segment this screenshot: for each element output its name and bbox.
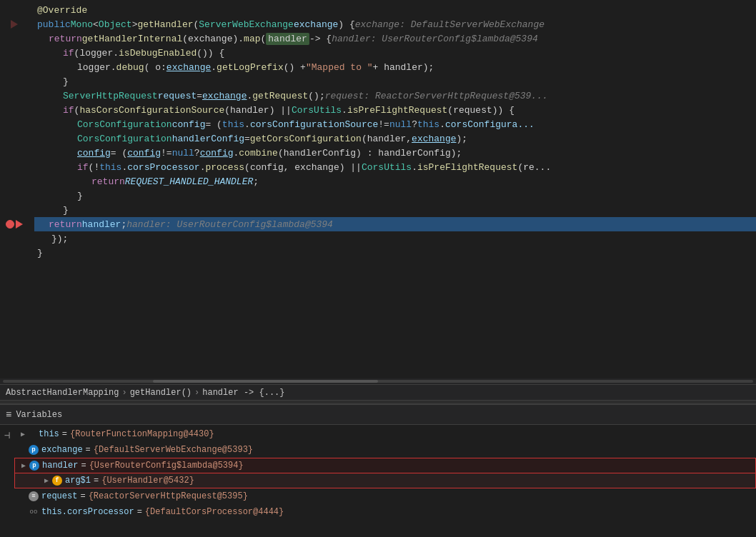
var-row-request[interactable]: ▶ ≡ request = {ReactorServerHttpRequest@… xyxy=(14,488,756,504)
code-content: @Override public Mono < Object > getHand… xyxy=(29,0,756,378)
kw-return3: return xyxy=(49,219,82,230)
var-row-this[interactable]: ▶ this = {RouterFunctionMapping@4430} xyxy=(14,426,756,442)
type-cors: CorsConfiguration xyxy=(77,119,172,130)
debug-left-gutter: ⊣ xyxy=(0,426,14,520)
breadcrumb-sep-1: › xyxy=(121,388,126,398)
var-eq-cors: = xyxy=(137,507,142,517)
gutter-row-6 xyxy=(0,74,29,89)
var-row-exchange[interactable]: ▶ p exchange = {DefaultServerWebExchange… xyxy=(14,442,756,458)
expand-cors[interactable]: ▶ xyxy=(17,506,29,518)
kw-this: this xyxy=(222,119,244,130)
expand-request[interactable]: ▶ xyxy=(17,491,29,502)
op39: } xyxy=(77,191,83,201)
filter-icon[interactable]: ⊣ xyxy=(4,429,10,441)
op40: } xyxy=(63,205,69,216)
method-debug: isDebugEnabled xyxy=(119,48,197,59)
kw-null: null xyxy=(389,119,412,130)
method-map: map xyxy=(244,34,260,44)
gutter-row-9 xyxy=(0,117,29,131)
op5: ()) { xyxy=(197,48,224,59)
op9: () + xyxy=(284,62,306,73)
var-eq-arg1: = xyxy=(94,476,99,486)
expand-this[interactable]: ▶ xyxy=(17,428,29,440)
gutter-row-1 xyxy=(0,3,29,17)
code-line-1: @Override xyxy=(34,3,756,17)
op25: (handler, xyxy=(362,134,412,144)
op28: != xyxy=(161,148,172,159)
op14: (); xyxy=(308,91,324,101)
op4: (logger. xyxy=(74,48,119,59)
op3: -> { xyxy=(309,34,332,44)
op2: ( xyxy=(260,34,266,44)
hint-exchange: exchange: DefaultServerWebExchange xyxy=(355,19,544,30)
code-line-12: if (! this . corsProcessor . process (co… xyxy=(34,160,756,174)
op15: ( xyxy=(74,105,80,116)
expand-handler[interactable]: ▶ xyxy=(18,460,29,471)
breakpoint-16[interactable] xyxy=(6,220,14,229)
gutter-row-16[interactable] xyxy=(0,217,29,231)
op18: (request)) { xyxy=(447,105,514,116)
var-val-exchange: {DefaultServerWebExchange@5393} xyxy=(94,445,253,455)
exchange-ref2: exchange xyxy=(202,91,247,101)
kw-if: if xyxy=(63,48,74,59)
breadcrumb-item-2[interactable]: getHandler() xyxy=(130,388,192,398)
op35: (config, exchange) || xyxy=(244,162,362,173)
code-scrollbar[interactable] xyxy=(0,378,756,384)
breadcrumb-sep-2: › xyxy=(194,388,199,398)
handler-param: handler xyxy=(266,33,309,45)
var-val-request: {ReactorServerHttpRequest@5395} xyxy=(89,491,248,501)
var-eq-handler: = xyxy=(81,461,86,471)
code-line-14: } xyxy=(34,189,756,203)
op12: = xyxy=(197,91,202,101)
var-val-this: {RouterFunctionMapping@4430} xyxy=(70,429,214,439)
op41: ; xyxy=(121,219,126,230)
op32: (! xyxy=(89,162,100,173)
op7: ( o: xyxy=(144,62,166,73)
op19: = ( xyxy=(205,119,222,130)
op36: . xyxy=(412,162,417,173)
type-cu2: CorsUtils xyxy=(362,162,412,173)
scrollbar-thumb[interactable] xyxy=(153,380,378,383)
var-val-handler: {UserRouterConfig$lambda@5394} xyxy=(89,461,244,471)
param-handler: handler xyxy=(82,219,121,230)
op17: . xyxy=(342,105,347,116)
var-eq-this: = xyxy=(62,429,67,439)
gutter-row-2[interactable] xyxy=(0,17,29,31)
code-line-5: logger. debug ( o: exchange . getLogPref… xyxy=(34,60,756,74)
gutter-row-5 xyxy=(0,60,29,74)
hint-req: request: ReactorServerHttpRequest@539... xyxy=(325,91,548,101)
var-row-arg1[interactable]: ▶ f arg$1 = {UserHandler@5432} xyxy=(14,473,756,488)
code-line-7: ServerHttpRequest request = exchange . g… xyxy=(34,89,756,103)
type-corsutils: CorsUtils xyxy=(292,105,342,116)
op: (exchange). xyxy=(182,34,244,44)
method-name: getHandler xyxy=(137,19,193,30)
type-object: Object xyxy=(99,19,132,30)
var-name-handler: handler xyxy=(42,461,78,471)
method-getreq: getRequest xyxy=(252,91,308,101)
expand-arg1[interactable]: ▶ xyxy=(41,475,52,486)
var-row-handler[interactable]: ▶ p handler = {UserRouterConfig$lambda@5… xyxy=(14,458,756,473)
expand-exchange[interactable]: ▶ xyxy=(17,444,29,456)
breadcrumb-item-3[interactable]: handler -> {...} xyxy=(202,388,284,398)
code-line-16: return handler ; handler: UserRouterConf… xyxy=(34,217,756,231)
var-row-cors[interactable]: ▶ oo this.corsProcessor = {DefaultCorsPr… xyxy=(14,504,756,520)
exchange-ref: exchange xyxy=(166,62,211,73)
method-log: getLogPrefix xyxy=(217,62,284,73)
op29: ? xyxy=(194,148,200,159)
breadcrumb-item-1[interactable]: AbstractHandlerMapping xyxy=(6,388,119,398)
config-ref: config xyxy=(77,148,111,159)
scrollbar-track[interactable] xyxy=(3,380,753,383)
gutter-row-11 xyxy=(0,146,29,160)
debug-header: ≡ Variables xyxy=(0,405,756,425)
code-line-8: if ( hasCorsConfigurationSource (handler… xyxy=(34,103,756,117)
code-line-9: CorsConfiguration config = ( this . cors… xyxy=(34,117,756,131)
code-line-2: public Mono < Object > getHandler ( Serv… xyxy=(34,17,756,31)
gutter-row-8 xyxy=(0,103,29,117)
op-close-paren: ) { xyxy=(338,19,354,30)
var-name-cors: this.corsProcessor xyxy=(41,507,134,517)
code-line-18: } xyxy=(34,246,756,260)
kw-if2: if xyxy=(63,105,74,116)
type-cors2: CorsConfiguration xyxy=(77,134,172,144)
variables-icon: ≡ xyxy=(6,409,11,421)
op-paren: ( xyxy=(193,19,199,30)
